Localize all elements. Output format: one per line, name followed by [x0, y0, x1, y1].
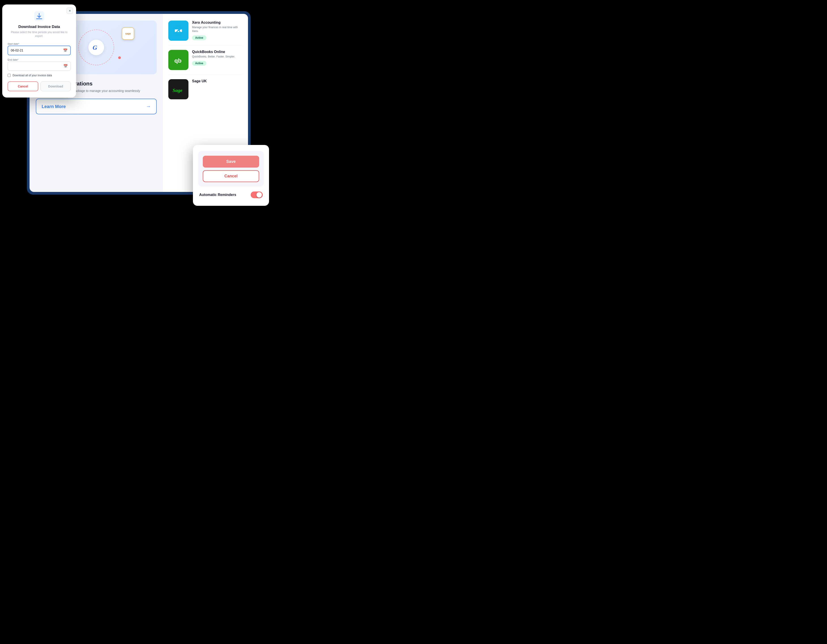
- save-modal-inner: Save Cancel: [198, 151, 264, 187]
- xero-integration-item: Xero Accounting Manage your finances in …: [168, 20, 243, 41]
- arrow-icon: →: [146, 104, 151, 109]
- start-date-group: Start date* 06-02-21 📅: [8, 42, 71, 55]
- modal-close-button[interactable]: ×: [67, 8, 73, 14]
- learn-more-label: Learn More: [42, 104, 66, 109]
- end-date-group: End date* 📅: [8, 58, 71, 71]
- qb-description: QuickBooks. Better. Faster. Simpler.: [192, 55, 243, 59]
- modal-subtitle: Please select the time periode you would…: [8, 30, 71, 38]
- cancel-save-button[interactable]: Cancel: [203, 170, 259, 182]
- download-modal: × Download Invoice Data Please select th…: [2, 5, 76, 98]
- modal-icon-area: [8, 11, 71, 22]
- svg-text:G: G: [93, 44, 97, 51]
- save-modal: Save Cancel Automatic Reminders: [193, 145, 269, 206]
- reminders-toggle[interactable]: [251, 191, 263, 198]
- end-date-input[interactable]: 📅: [8, 62, 71, 71]
- checkbox-label: Download all of your invoice data: [12, 74, 52, 77]
- save-button[interactable]: Save: [203, 156, 259, 168]
- divider-1: [168, 45, 243, 45]
- red-dot: [118, 56, 121, 59]
- xero-description: Manage your finances in real time with X…: [192, 25, 243, 33]
- toggle-slider: [251, 191, 263, 198]
- all-invoice-checkbox[interactable]: [8, 74, 11, 77]
- qb-name: QuickBooks Online: [192, 50, 243, 54]
- calendar-icon-start: 📅: [63, 48, 68, 53]
- modal-actions: Cancel Download: [8, 81, 71, 91]
- download-button[interactable]: Download: [41, 81, 71, 91]
- learn-more-button[interactable]: Learn More →: [36, 99, 157, 114]
- checkbox-row: Download all of your invoice data: [8, 74, 71, 77]
- cancel-button[interactable]: Cancel: [8, 81, 38, 91]
- qb-status-badge: Active: [192, 61, 206, 66]
- reminders-row: Automatic Reminders: [198, 190, 264, 199]
- start-date-value: 06-02-21: [11, 48, 23, 52]
- svg-text:Sage: Sage: [173, 87, 183, 93]
- sage-logo: Sage: [168, 79, 189, 99]
- center-logo-icon: G: [88, 40, 104, 55]
- start-date-input[interactable]: 06-02-21 📅: [8, 46, 71, 55]
- sage-name: Sage UK: [192, 79, 243, 83]
- sage-info: Sage UK: [192, 79, 243, 86]
- modal-title: Download Invoice Data: [8, 25, 71, 29]
- start-date-label: Start date*: [8, 42, 71, 45]
- xero-logo: [168, 20, 189, 41]
- download-icon: [34, 11, 45, 22]
- close-icon: ×: [69, 9, 71, 12]
- qb-logo: qb: [168, 50, 189, 70]
- sage-integration-item: Sage Sage UK: [168, 79, 243, 99]
- xero-name: Xero Accounting: [192, 20, 243, 25]
- qb-info: QuickBooks Online QuickBooks. Better. Fa…: [192, 50, 243, 66]
- xero-status-badge: Active: [192, 35, 206, 40]
- end-date-label: End date*: [8, 58, 71, 61]
- calendar-icon-end: 📅: [63, 64, 68, 68]
- sage-orbit-icon: sage: [122, 27, 134, 40]
- quickbooks-integration-item: qb QuickBooks Online QuickBooks. Better.…: [168, 50, 243, 70]
- svg-text:qb: qb: [174, 57, 181, 64]
- reminders-label: Automatic Reminders: [199, 193, 236, 197]
- xero-info: Xero Accounting Manage your finances in …: [192, 20, 243, 40]
